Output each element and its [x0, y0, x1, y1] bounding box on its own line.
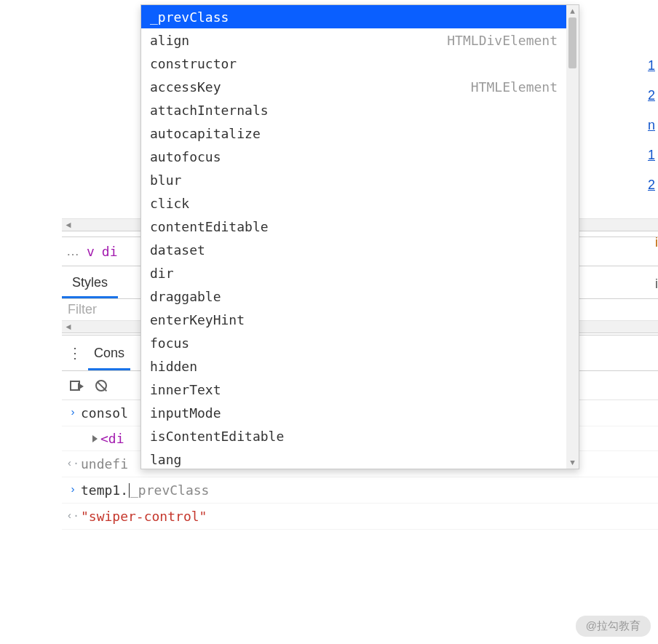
autocomplete-item[interactable]: accessKeyHTMLElement — [141, 75, 566, 98]
autocomplete-item-label: focus — [150, 335, 189, 351]
console-text: undefi — [81, 456, 128, 472]
autocomplete-item[interactable]: focus — [141, 331, 566, 354]
autocomplete-item[interactable]: autocapitalize — [141, 122, 566, 145]
autocomplete-item-label: align — [150, 33, 189, 48]
link-fragment[interactable]: n — [648, 118, 655, 133]
autocomplete-item[interactable]: draggable — [141, 285, 566, 308]
autocomplete-item[interactable]: inputMode — [141, 401, 566, 424]
autocomplete-item[interactable]: dataset — [141, 238, 566, 261]
tab-styles[interactable]: Styles — [62, 268, 118, 298]
autocomplete-item[interactable]: contentEditable — [141, 215, 566, 238]
play-icon — [70, 381, 80, 391]
scroll-down-icon[interactable]: ▼ — [566, 456, 579, 469]
autocomplete-item-label: click — [150, 196, 189, 211]
autocomplete-item[interactable]: constructor — [141, 52, 566, 75]
autocomplete-item-hint: HTMLElement — [471, 79, 558, 95]
autocomplete-item-label: isContentEditable — [150, 429, 284, 444]
clear-console-button[interactable] — [88, 371, 114, 400]
link-fragment[interactable]: 1 — [648, 58, 655, 73]
clear-icon — [95, 380, 107, 391]
partial-text: i — [655, 277, 658, 292]
autocomplete-item-label: innerText — [150, 382, 221, 397]
autocomplete-item-label: _prevClass — [150, 9, 229, 25]
autocomplete-item-label: lang — [150, 452, 181, 467]
link-fragment[interactable]: 2 — [648, 88, 655, 103]
autocomplete-item-label: contentEditable — [150, 219, 269, 234]
scroll-left-icon[interactable]: ◄ — [62, 219, 75, 232]
breadcrumb-overflow[interactable]: … — [66, 244, 79, 259]
breadcrumb-segment[interactable]: di — [102, 244, 118, 259]
autocomplete-item-hint: HTMLDivElement — [447, 33, 558, 48]
console-result-string: "swiper-control" — [81, 509, 207, 524]
expand-triangle-icon[interactable] — [92, 435, 98, 442]
autocomplete-item[interactable]: enterKeyHint — [141, 308, 566, 331]
autocomplete-item-label: hidden — [150, 359, 197, 374]
autocomplete-item-label: inputMode — [150, 405, 221, 421]
autocomplete-item[interactable]: click — [141, 191, 566, 215]
autocomplete-item-label: draggable — [150, 289, 221, 304]
prompt-ghost: _prevClass — [130, 482, 209, 498]
scrollbar-track[interactable] — [566, 17, 579, 456]
autocomplete-item-label: dataset — [150, 242, 205, 258]
drawer-menu-icon[interactable]: ⋮ — [62, 344, 88, 362]
autocomplete-item-label: enterKeyHint — [150, 312, 245, 327]
prompt-typed: temp1. — [81, 482, 128, 498]
console-text: consol — [81, 405, 128, 421]
autocomplete-item[interactable]: blur — [141, 168, 566, 191]
chevron-left-icon: ‹· — [65, 458, 81, 470]
autocomplete-item-label: accessKey — [150, 79, 221, 95]
autocomplete-item[interactable]: innerText — [141, 378, 566, 401]
autocomplete-list[interactable]: _prevClassalignHTMLDivElementconstructor… — [141, 5, 566, 469]
chevron-left-icon: ‹· — [65, 510, 81, 522]
source-link-fragments: 1 2 n 1 2 — [645, 58, 658, 193]
scrollbar-thumb[interactable] — [568, 17, 576, 68]
autocomplete-item[interactable]: attachInternals — [141, 98, 566, 122]
text-caret — [129, 483, 130, 498]
link-fragment[interactable]: 1 — [648, 148, 655, 163]
autocomplete-item-label: attachInternals — [150, 103, 269, 118]
toggle-sidebar-button[interactable] — [62, 371, 88, 400]
scroll-left-icon[interactable]: ◄ — [62, 321, 75, 334]
autocomplete-item[interactable]: _prevClass — [141, 5, 566, 28]
console-prompt-row[interactable]: › temp1. _prevClass — [62, 477, 658, 504]
scroll-up-icon[interactable]: ▲ — [566, 5, 579, 17]
console-output-row: ‹· "swiper-control" — [62, 504, 658, 530]
autocomplete-item[interactable]: hidden — [141, 354, 566, 378]
watermark-badge: @拉勾教育 — [576, 616, 651, 637]
autocomplete-item-label: autofocus — [150, 149, 221, 164]
breadcrumb-segment[interactable]: v — [87, 244, 95, 259]
autocomplete-item-label: autocapitalize — [150, 126, 261, 141]
autocomplete-item[interactable]: isContentEditable — [141, 424, 566, 448]
tab-console[interactable]: Cons — [88, 335, 130, 370]
autocomplete-item-label: constructor — [150, 56, 237, 71]
partial-text: i — [655, 235, 658, 250]
autocomplete-item[interactable]: dir — [141, 261, 566, 285]
chevron-right-icon: › — [65, 484, 81, 496]
autocomplete-item-label: blur — [150, 172, 181, 188]
autocomplete-item-label: dir — [150, 266, 174, 281]
autocomplete-vertical-scrollbar[interactable]: ▲ ▼ — [566, 5, 579, 469]
chevron-right-icon: › — [65, 407, 81, 419]
autocomplete-item[interactable]: autofocus — [141, 145, 566, 168]
autocomplete-popup: _prevClassalignHTMLDivElementconstructor… — [140, 4, 579, 469]
element-tag: <di — [100, 431, 124, 446]
autocomplete-item[interactable]: lang — [141, 448, 566, 469]
link-fragment[interactable]: 2 — [648, 178, 655, 193]
autocomplete-item[interactable]: alignHTMLDivElement — [141, 28, 566, 52]
